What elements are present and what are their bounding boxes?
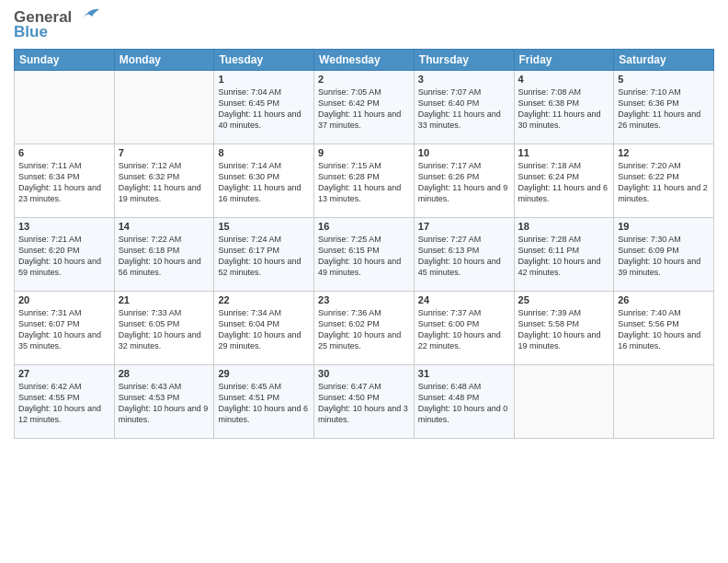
calendar-cell: 11Sunrise: 7:18 AMSunset: 6:24 PMDayligh…	[514, 144, 614, 217]
cell-info: Sunrise: 7:24 AMSunset: 6:17 PMDaylight:…	[218, 234, 310, 279]
calendar-body: 1Sunrise: 7:04 AMSunset: 6:45 PMDaylight…	[15, 70, 714, 438]
day-header-monday: Monday	[114, 49, 214, 70]
calendar-cell: 26Sunrise: 7:40 AMSunset: 5:56 PMDayligh…	[614, 291, 714, 364]
day-number: 14	[119, 221, 210, 232]
day-number: 23	[318, 294, 410, 305]
cell-info: Sunrise: 6:42 AMSunset: 4:55 PMDaylight:…	[18, 381, 110, 426]
day-number: 6	[18, 147, 110, 158]
calendar-cell: 22Sunrise: 7:34 AMSunset: 6:04 PMDayligh…	[214, 291, 314, 364]
cell-info: Sunrise: 7:11 AMSunset: 6:34 PMDaylight:…	[18, 160, 110, 205]
calendar-week-5: 27Sunrise: 6:42 AMSunset: 4:55 PMDayligh…	[15, 364, 714, 438]
day-number: 15	[218, 221, 310, 232]
day-number: 2	[318, 74, 410, 85]
calendar-cell: 1Sunrise: 7:04 AMSunset: 6:45 PMDaylight…	[214, 70, 314, 144]
cell-info: Sunrise: 7:21 AMSunset: 6:20 PMDaylight:…	[18, 234, 110, 279]
day-number: 5	[618, 74, 710, 85]
calendar-cell: 13Sunrise: 7:21 AMSunset: 6:20 PMDayligh…	[15, 217, 115, 291]
calendar-cell: 12Sunrise: 7:20 AMSunset: 6:22 PMDayligh…	[614, 144, 714, 217]
cell-info: Sunrise: 6:45 AMSunset: 4:51 PMDaylight:…	[218, 381, 310, 426]
calendar-cell: 17Sunrise: 7:27 AMSunset: 6:13 PMDayligh…	[414, 217, 514, 291]
day-number: 17	[418, 221, 510, 232]
calendar-cell	[614, 364, 714, 438]
day-number: 10	[418, 147, 510, 158]
day-number: 21	[119, 294, 210, 305]
day-header-thursday: Thursday	[414, 49, 514, 70]
day-number: 25	[518, 294, 610, 305]
cell-info: Sunrise: 7:07 AMSunset: 6:40 PMDaylight:…	[418, 86, 510, 132]
calendar-cell: 25Sunrise: 7:39 AMSunset: 5:58 PMDayligh…	[514, 291, 614, 364]
cell-info: Sunrise: 7:12 AMSunset: 6:32 PMDaylight:…	[119, 160, 210, 205]
cell-info: Sunrise: 7:33 AMSunset: 6:05 PMDaylight:…	[119, 307, 210, 352]
calendar-week-4: 20Sunrise: 7:31 AMSunset: 6:07 PMDayligh…	[15, 291, 714, 364]
calendar-cell: 23Sunrise: 7:36 AMSunset: 6:02 PMDayligh…	[314, 291, 415, 364]
cell-info: Sunrise: 6:47 AMSunset: 4:50 PMDaylight:…	[318, 381, 410, 426]
day-number: 27	[18, 368, 110, 379]
day-header-sunday: Sunday	[15, 49, 115, 70]
cell-info: Sunrise: 7:17 AMSunset: 6:26 PMDaylight:…	[418, 160, 510, 205]
calendar-week-2: 6Sunrise: 7:11 AMSunset: 6:34 PMDaylight…	[15, 144, 714, 217]
calendar-cell: 30Sunrise: 6:47 AMSunset: 4:50 PMDayligh…	[314, 364, 415, 438]
calendar-table: SundayMondayTuesdayWednesdayThursdayFrid…	[14, 49, 714, 439]
day-header-wednesday: Wednesday	[314, 49, 415, 70]
cell-info: Sunrise: 7:27 AMSunset: 6:13 PMDaylight:…	[418, 234, 510, 279]
day-number: 18	[518, 221, 610, 232]
calendar-cell	[15, 70, 115, 144]
day-number: 31	[418, 368, 510, 379]
cell-info: Sunrise: 7:30 AMSunset: 6:09 PMDaylight:…	[618, 234, 710, 279]
cell-info: Sunrise: 7:37 AMSunset: 6:00 PMDaylight:…	[418, 307, 510, 352]
day-number: 19	[618, 221, 710, 232]
logo: General Blue	[14, 9, 101, 41]
day-number: 8	[218, 147, 310, 158]
cell-info: Sunrise: 7:04 AMSunset: 6:45 PMDaylight:…	[218, 86, 310, 132]
bird-icon	[74, 6, 101, 26]
cell-info: Sunrise: 7:36 AMSunset: 6:02 PMDaylight:…	[318, 307, 410, 352]
calendar-cell: 19Sunrise: 7:30 AMSunset: 6:09 PMDayligh…	[614, 217, 714, 291]
calendar-cell: 27Sunrise: 6:42 AMSunset: 4:55 PMDayligh…	[15, 364, 115, 438]
calendar-cell: 16Sunrise: 7:25 AMSunset: 6:15 PMDayligh…	[314, 217, 415, 291]
calendar-cell	[114, 70, 214, 144]
cell-info: Sunrise: 7:20 AMSunset: 6:22 PMDaylight:…	[618, 160, 710, 205]
cell-info: Sunrise: 6:43 AMSunset: 4:53 PMDaylight:…	[119, 381, 210, 426]
calendar-cell: 8Sunrise: 7:14 AMSunset: 6:30 PMDaylight…	[214, 144, 314, 217]
calendar-cell: 5Sunrise: 7:10 AMSunset: 6:36 PMDaylight…	[614, 70, 714, 144]
cell-info: Sunrise: 7:18 AMSunset: 6:24 PMDaylight:…	[518, 160, 610, 205]
cell-info: Sunrise: 7:31 AMSunset: 6:07 PMDaylight:…	[18, 307, 110, 352]
day-number: 12	[618, 147, 710, 158]
day-number: 26	[618, 294, 710, 305]
day-number: 1	[218, 74, 310, 85]
calendar-cell: 9Sunrise: 7:15 AMSunset: 6:28 PMDaylight…	[314, 144, 415, 217]
calendar-header-row: SundayMondayTuesdayWednesdayThursdayFrid…	[15, 49, 714, 70]
calendar-cell: 24Sunrise: 7:37 AMSunset: 6:00 PMDayligh…	[414, 291, 514, 364]
calendar-cell: 31Sunrise: 6:48 AMSunset: 4:48 PMDayligh…	[414, 364, 514, 438]
cell-info: Sunrise: 7:22 AMSunset: 6:18 PMDaylight:…	[119, 234, 210, 279]
day-number: 9	[318, 147, 410, 158]
day-number: 13	[18, 221, 110, 232]
cell-info: Sunrise: 7:39 AMSunset: 5:58 PMDaylight:…	[518, 307, 610, 352]
cell-info: Sunrise: 7:28 AMSunset: 6:11 PMDaylight:…	[518, 234, 610, 279]
day-number: 4	[518, 74, 610, 85]
calendar-cell: 7Sunrise: 7:12 AMSunset: 6:32 PMDaylight…	[114, 144, 214, 217]
calendar-week-1: 1Sunrise: 7:04 AMSunset: 6:45 PMDaylight…	[15, 70, 714, 144]
calendar-cell: 29Sunrise: 6:45 AMSunset: 4:51 PMDayligh…	[214, 364, 314, 438]
cell-info: Sunrise: 7:15 AMSunset: 6:28 PMDaylight:…	[318, 160, 410, 205]
day-number: 28	[119, 368, 210, 379]
cell-info: Sunrise: 6:48 AMSunset: 4:48 PMDaylight:…	[418, 381, 510, 426]
calendar-cell: 21Sunrise: 7:33 AMSunset: 6:05 PMDayligh…	[114, 291, 214, 364]
day-number: 11	[518, 147, 610, 158]
cell-info: Sunrise: 7:05 AMSunset: 6:42 PMDaylight:…	[318, 86, 410, 132]
calendar-week-3: 13Sunrise: 7:21 AMSunset: 6:20 PMDayligh…	[15, 217, 714, 291]
calendar-cell: 6Sunrise: 7:11 AMSunset: 6:34 PMDaylight…	[15, 144, 115, 217]
day-number: 16	[318, 221, 410, 232]
calendar-cell: 10Sunrise: 7:17 AMSunset: 6:26 PMDayligh…	[414, 144, 514, 217]
calendar-cell: 14Sunrise: 7:22 AMSunset: 6:18 PMDayligh…	[114, 217, 214, 291]
calendar-cell: 4Sunrise: 7:08 AMSunset: 6:38 PMDaylight…	[514, 70, 614, 144]
cell-info: Sunrise: 7:14 AMSunset: 6:30 PMDaylight:…	[218, 160, 310, 205]
calendar-cell: 2Sunrise: 7:05 AMSunset: 6:42 PMDaylight…	[314, 70, 415, 144]
cell-info: Sunrise: 7:25 AMSunset: 6:15 PMDaylight:…	[318, 234, 410, 279]
cell-info: Sunrise: 7:08 AMSunset: 6:38 PMDaylight:…	[518, 86, 610, 132]
cell-info: Sunrise: 7:34 AMSunset: 6:04 PMDaylight:…	[218, 307, 310, 352]
day-number: 20	[18, 294, 110, 305]
calendar-cell: 15Sunrise: 7:24 AMSunset: 6:17 PMDayligh…	[214, 217, 314, 291]
day-number: 29	[218, 368, 310, 379]
calendar-cell	[514, 364, 614, 438]
